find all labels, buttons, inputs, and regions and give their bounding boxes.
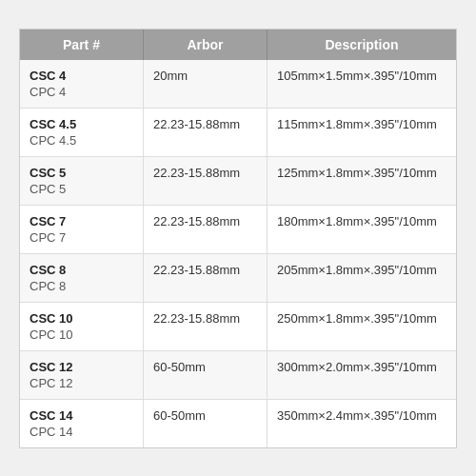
table-row: CSC 4 CPC 4 20mm 105mm×1.5mm×.395"/10mm [20, 60, 456, 109]
table-row: CSC 8 CPC 8 22.23-15.88mm 205mm×1.8mm×.3… [20, 254, 456, 303]
description-cell: 250mm×1.8mm×.395"/10mm [268, 303, 456, 350]
table-row: CSC 12 CPC 12 60-50mm 300mm×2.0mm×.395"/… [20, 351, 456, 400]
header-arbor: Arbor [144, 30, 268, 60]
part-main: CSC 8 [30, 263, 133, 277]
part-main: CSC 5 [30, 166, 133, 180]
arbor-cell: 20mm [144, 60, 268, 108]
part-sub: CPC 8 [30, 279, 133, 293]
part-cell: CSC 7 CPC 7 [20, 206, 144, 253]
table-body: CSC 4 CPC 4 20mm 105mm×1.5mm×.395"/10mm … [20, 60, 456, 447]
table-row: CSC 5 CPC 5 22.23-15.88mm 125mm×1.8mm×.3… [20, 157, 456, 206]
part-sub: CPC 4.5 [30, 133, 133, 148]
part-sub: CPC 4 [30, 85, 133, 99]
arbor-cell: 22.23-15.88mm [144, 157, 268, 205]
part-sub: CPC 14 [30, 425, 133, 439]
part-cell: CSC 10 CPC 10 [20, 303, 144, 350]
description-cell: 350mm×2.4mm×.395"/10mm [268, 400, 456, 447]
part-main: CSC 7 [30, 214, 133, 228]
table-header: Part # Arbor Description [20, 30, 456, 60]
table-row: CSC 14 CPC 14 60-50mm 350mm×2.4mm×.395"/… [20, 400, 456, 447]
part-main: CSC 10 [30, 311, 133, 326]
part-main: CSC 14 [30, 408, 133, 423]
header-part: Part # [20, 30, 144, 60]
table-row: CSC 4.5 CPC 4.5 22.23-15.88mm 115mm×1.8m… [20, 109, 456, 157]
arbor-cell: 22.23-15.88mm [144, 206, 268, 253]
table-row: CSC 10 CPC 10 22.23-15.88mm 250mm×1.8mm×… [20, 303, 456, 351]
description-cell: 125mm×1.8mm×.395"/10mm [268, 157, 456, 205]
arbor-cell: 22.23-15.88mm [144, 303, 268, 350]
part-cell: CSC 14 CPC 14 [20, 400, 144, 447]
part-sub: CPC 5 [30, 182, 133, 196]
part-cell: CSC 4 CPC 4 [20, 60, 144, 108]
header-description: Description [268, 30, 456, 60]
product-table: Part # Arbor Description CSC 4 CPC 4 20m… [19, 29, 457, 448]
description-cell: 105mm×1.5mm×.395"/10mm [268, 60, 456, 108]
part-cell: CSC 12 CPC 12 [20, 351, 144, 399]
part-cell: CSC 5 CPC 5 [20, 157, 144, 205]
part-sub: CPC 12 [30, 376, 133, 390]
arbor-cell: 22.23-15.88mm [144, 109, 268, 156]
table-row: CSC 7 CPC 7 22.23-15.88mm 180mm×1.8mm×.3… [20, 206, 456, 254]
part-main: CSC 12 [30, 360, 133, 374]
part-main: CSC 4 [30, 69, 133, 83]
part-main: CSC 4.5 [30, 117, 133, 131]
description-cell: 205mm×1.8mm×.395"/10mm [268, 254, 456, 302]
arbor-cell: 22.23-15.88mm [144, 254, 268, 302]
part-sub: CPC 7 [30, 230, 133, 245]
part-cell: CSC 8 CPC 8 [20, 254, 144, 302]
description-cell: 180mm×1.8mm×.395"/10mm [268, 206, 456, 253]
arbor-cell: 60-50mm [144, 400, 268, 447]
part-cell: CSC 4.5 CPC 4.5 [20, 109, 144, 156]
part-sub: CPC 10 [30, 327, 133, 342]
description-cell: 115mm×1.8mm×.395"/10mm [268, 109, 456, 156]
arbor-cell: 60-50mm [144, 351, 268, 399]
description-cell: 300mm×2.0mm×.395"/10mm [268, 351, 456, 399]
